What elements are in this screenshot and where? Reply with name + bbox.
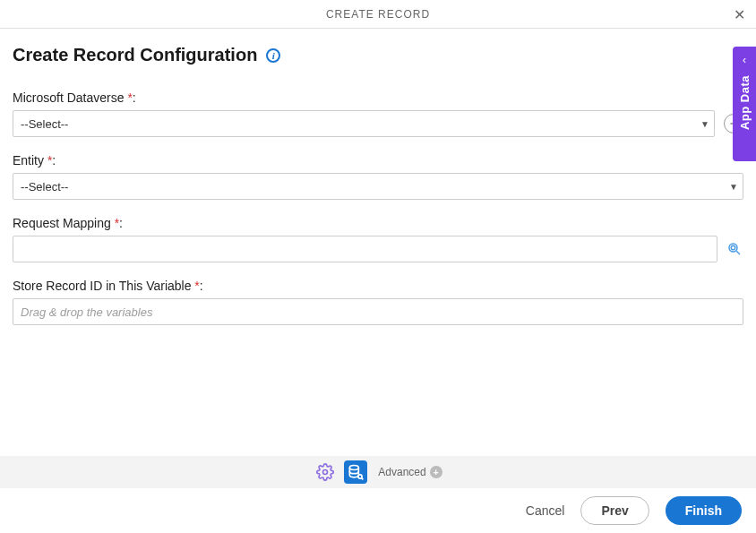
field-store-variable: Store Record ID in This Variable *: [13,279,743,325]
finish-button[interactable]: Finish [666,496,742,525]
field-dataverse: Microsoft Dataverse *: --Select-- ▼ ＋ [13,90,743,137]
close-icon[interactable]: ✕ [734,5,745,22]
footer: Cancel Prev Finish [0,488,756,533]
svg-point-4 [350,466,359,470]
plus-icon: + [430,466,442,478]
prev-button[interactable]: Prev [580,496,649,525]
magnifier-icon[interactable] [726,240,743,258]
store-variable-input[interactable] [13,298,743,325]
cancel-button[interactable]: Cancel [526,503,565,518]
info-icon[interactable]: i [266,48,280,63]
svg-point-2 [732,245,736,250]
svg-line-6 [362,478,364,480]
field-entity: Entity *: --Select-- ▼ [13,153,743,200]
app-data-tab[interactable]: ‹ App Data [733,47,756,161]
dialog-title: CREATE RECORD [326,8,430,21]
request-mapping-label: Request Mapping *: [13,216,743,230]
dataverse-label: Microsoft Dataverse *: [13,90,743,105]
svg-line-1 [737,251,741,254]
database-icon[interactable] [344,460,367,484]
svg-point-3 [323,470,328,475]
request-mapping-input[interactable] [13,236,717,262]
app-data-label: App Data [738,75,752,130]
page-title-row: Create Record Configuration i [13,45,743,65]
content-area: Create Record Configuration i Microsoft … [0,29,756,325]
page-title: Create Record Configuration [13,45,257,65]
chevron-left-icon: ‹ [743,54,746,66]
advanced-button[interactable]: Advanced + [378,466,442,478]
store-variable-label: Store Record ID in This Variable *: [13,279,743,293]
entity-label: Entity *: [13,153,743,168]
dataverse-select[interactable]: --Select-- ▼ [13,110,715,137]
svg-point-0 [729,244,737,252]
entity-select[interactable]: --Select-- ▼ [13,173,743,200]
svg-point-5 [358,475,362,478]
entity-value: --Select-- [21,180,68,193]
gear-icon[interactable] [314,460,337,484]
field-request-mapping: Request Mapping *: [13,216,743,262]
toolbar: Advanced + [0,456,756,488]
dialog-header: CREATE RECORD ✕ [0,0,756,29]
dataverse-value: --Select-- [21,117,68,131]
